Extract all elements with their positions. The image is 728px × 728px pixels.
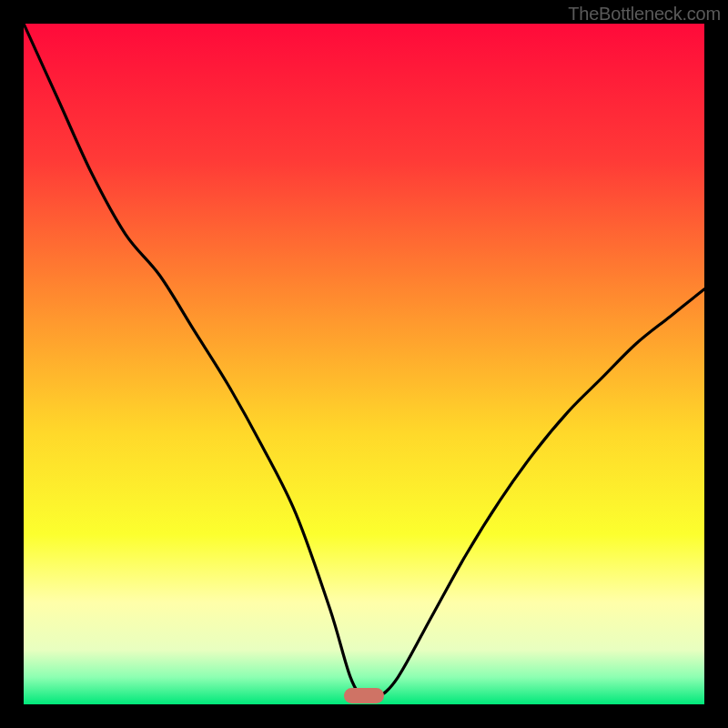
bottleneck-curve	[24, 24, 704, 704]
chart-frame	[24, 24, 704, 704]
watermark-text: TheBottleneck.com	[568, 4, 721, 25]
optimal-zone-marker	[344, 688, 385, 703]
